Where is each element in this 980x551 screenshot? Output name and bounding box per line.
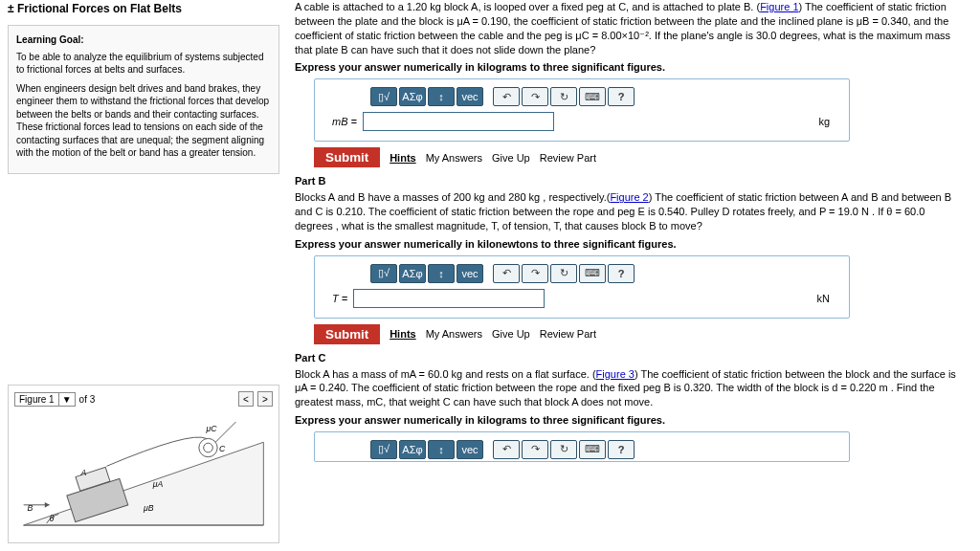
svg-point-4 — [199, 438, 217, 456]
redo-button[interactable]: ↷ — [522, 87, 548, 106]
subscript-button[interactable]: ↕ — [428, 264, 455, 283]
figure-select-label: Figure 1 — [15, 393, 58, 406]
part-a-instruction: Express your answer numerically in kilog… — [295, 60, 961, 75]
part-a-unit: kg — [818, 116, 837, 127]
dropdown-icon: ▼ — [58, 393, 75, 406]
undo-button[interactable]: ↶ — [493, 264, 520, 283]
figure-1-link[interactable]: Figure 1 — [760, 1, 798, 12]
vec-button[interactable]: vec — [457, 87, 483, 106]
figure-count: of 3 — [79, 394, 96, 405]
svg-marker-15 — [45, 502, 50, 508]
figure-3-link[interactable]: Figure 3 — [596, 368, 635, 380]
review-link-a[interactable]: Review Part — [540, 152, 596, 164]
part-a-var: mB = — [332, 116, 357, 127]
part-b-instruction: Express your answer numerically in kilon… — [295, 237, 961, 252]
part-a-answer-box: ▯√ ΑΣφ ↕ vec ↶ ↷ ↻ ⌨ ? mB = kg — [314, 78, 850, 142]
subscript-button[interactable]: ↕ — [428, 87, 455, 106]
toolbar-c: ▯√ ΑΣφ ↕ vec ↶ ↷ ↻ ⌨ ? — [370, 440, 837, 459]
undo-button[interactable]: ↶ — [493, 440, 520, 459]
svg-marker-0 — [24, 442, 264, 525]
part-b-var: T = — [332, 293, 347, 304]
figure-prev-button[interactable]: < — [238, 391, 254, 407]
hints-link-a[interactable]: Hints — [390, 152, 416, 164]
redo-button[interactable]: ↷ — [522, 264, 548, 283]
hints-link-b[interactable]: Hints — [390, 328, 416, 340]
figure-2-link[interactable]: Figure 2 — [610, 191, 648, 203]
part-b-actions: Submit Hints My Answers Give Up Review P… — [314, 324, 961, 344]
help-button[interactable]: ? — [608, 440, 635, 459]
template-button[interactable]: ▯√ — [370, 440, 397, 459]
learning-goal-box: Learning Goal: To be able to analyze the… — [8, 25, 279, 174]
part-b-unit: kN — [817, 293, 837, 304]
submit-button-a[interactable]: Submit — [314, 147, 380, 167]
svg-text:B: B — [28, 503, 33, 513]
learning-goal-head: Learning Goal: — [16, 33, 271, 47]
figure-image: μC C A μA μB B θ — [14, 412, 273, 537]
undo-button[interactable]: ↶ — [493, 87, 520, 106]
submit-button-b[interactable]: Submit — [314, 324, 380, 344]
learning-goal-p1: To be able to analyze the equilibrium of… — [16, 51, 271, 77]
figure-next-button[interactable]: > — [257, 391, 273, 407]
part-b-text: Blocks A and B have a masses of 200 kg a… — [295, 190, 961, 233]
vec-button[interactable]: vec — [457, 264, 483, 283]
svg-line-6 — [215, 422, 235, 442]
part-c-text: Block A has a mass of mA = 60.0 kg and r… — [295, 367, 961, 410]
help-button[interactable]: ? — [608, 264, 635, 283]
part-b-input[interactable] — [353, 289, 545, 308]
greek-button[interactable]: ΑΣφ — [399, 264, 426, 283]
keyboard-button[interactable]: ⌨ — [579, 87, 606, 106]
module-title: ± Frictional Forces on Flat Belts — [8, 0, 279, 19]
giveup-link-b[interactable]: Give Up — [492, 328, 530, 340]
reset-button[interactable]: ↻ — [550, 264, 577, 283]
svg-text:μA: μA — [152, 479, 164, 489]
toolbar-a: ▯√ ΑΣφ ↕ vec ↶ ↷ ↻ ⌨ ? — [370, 87, 837, 106]
svg-text:μC: μC — [206, 424, 218, 433]
greek-button[interactable]: ΑΣφ — [399, 87, 426, 106]
vec-button[interactable]: vec — [457, 440, 483, 459]
part-b-answer-box: ▯√ ΑΣφ ↕ vec ↶ ↷ ↻ ⌨ ? T = kN — [314, 255, 850, 319]
keyboard-button[interactable]: ⌨ — [579, 264, 606, 283]
part-a-actions: Submit Hints My Answers Give Up Review P… — [314, 147, 961, 167]
redo-button[interactable]: ↷ — [522, 440, 548, 459]
figure-panel: Figure 1 ▼ of 3 < > — [8, 385, 279, 543]
template-button[interactable]: ▯√ — [370, 264, 397, 283]
part-c-answer-box: ▯√ ΑΣφ ↕ vec ↶ ↷ ↻ ⌨ ? — [314, 431, 850, 462]
help-button[interactable]: ? — [608, 87, 635, 106]
greek-button[interactable]: ΑΣφ — [399, 440, 426, 459]
subscript-button[interactable]: ↕ — [428, 440, 455, 459]
part-c-head: Part C — [295, 352, 961, 364]
template-button[interactable]: ▯√ — [370, 87, 397, 106]
part-b-head: Part B — [295, 175, 961, 187]
svg-text:θ: θ — [50, 514, 55, 523]
svg-point-5 — [204, 443, 213, 452]
myanswers-link-a[interactable]: My Answers — [426, 152, 482, 164]
myanswers-link-b[interactable]: My Answers — [426, 328, 482, 340]
part-a-input[interactable] — [363, 112, 554, 131]
svg-text:A: A — [79, 468, 86, 477]
part-a-text: A cable is attached to a 1.20 kg block A… — [295, 0, 961, 56]
toolbar-b: ▯√ ΑΣφ ↕ vec ↶ ↷ ↻ ⌨ ? — [370, 264, 837, 283]
giveup-link-a[interactable]: Give Up — [492, 152, 530, 164]
review-link-b[interactable]: Review Part — [540, 328, 596, 340]
learning-goal-p2: When engineers design belt drives and ba… — [16, 82, 271, 160]
reset-button[interactable]: ↻ — [550, 440, 577, 459]
reset-button[interactable]: ↻ — [550, 87, 577, 106]
svg-text:C: C — [219, 444, 226, 453]
part-c-instruction: Express your answer numerically in kilog… — [295, 413, 961, 428]
svg-text:μB: μB — [143, 503, 154, 513]
figure-select[interactable]: Figure 1 ▼ — [14, 392, 76, 407]
keyboard-button[interactable]: ⌨ — [579, 440, 606, 459]
